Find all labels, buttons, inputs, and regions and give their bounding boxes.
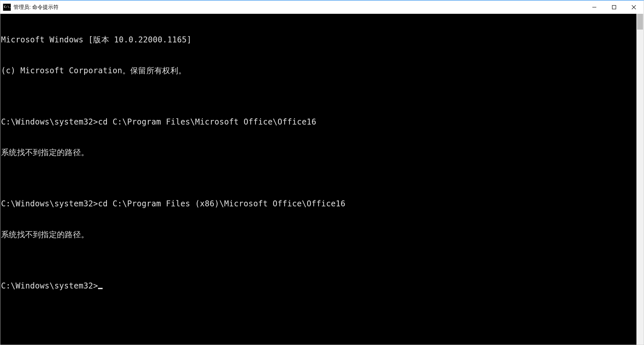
svg-rect-3 xyxy=(612,6,616,9)
terminal-line: C:\Windows\system32>cd C:\Program Files … xyxy=(1,199,636,209)
terminal-line: 系统找不到指定的路径。 xyxy=(1,148,636,158)
minimize-button[interactable] xyxy=(584,1,604,14)
svg-text:C:\.: C:\. xyxy=(4,5,11,9)
terminal-area[interactable]: Microsoft Windows [版本 10.0.22000.1165] (… xyxy=(0,14,644,345)
cmd-icon: C:\. xyxy=(3,4,11,11)
window: C:\. 管理员: 命令提示符 Microsoft Windows [版本 10… xyxy=(0,0,644,345)
titlebar[interactable]: C:\. 管理员: 命令提示符 xyxy=(0,1,644,14)
window-controls xyxy=(584,1,644,14)
scrollbar[interactable] xyxy=(636,14,644,345)
scrollbar-thumb[interactable] xyxy=(637,14,643,30)
current-prompt: C:\Windows\system32> xyxy=(1,281,98,290)
window-title: 管理员: 命令提示符 xyxy=(13,4,59,11)
terminal-line: (c) Microsoft Corporation。保留所有权利。 xyxy=(1,66,636,76)
cursor-icon xyxy=(98,288,103,289)
terminal-line: C:\Windows\system32>cd C:\Program Files\… xyxy=(1,117,636,127)
current-prompt-line: C:\Windows\system32> xyxy=(1,281,636,291)
terminal-content[interactable]: Microsoft Windows [版本 10.0.22000.1165] (… xyxy=(0,14,636,345)
close-button[interactable] xyxy=(624,1,644,14)
maximize-button[interactable] xyxy=(604,1,624,14)
terminal-line: Microsoft Windows [版本 10.0.22000.1165] xyxy=(1,35,636,45)
terminal-line: 系统找不到指定的路径。 xyxy=(1,230,636,240)
